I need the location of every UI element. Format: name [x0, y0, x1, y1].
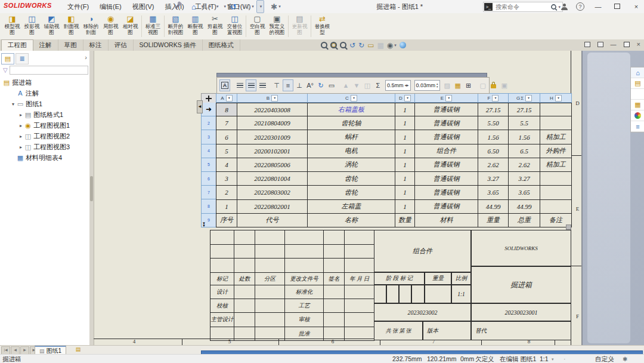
ribbon-tab[interactable]: 草图 [58, 39, 83, 51]
titleblock-cell[interactable] [255, 230, 285, 245]
titleblock-scale_value[interactable]: 1:1 [451, 285, 471, 303]
tree-item[interactable]: ▾▭图纸1 [0, 99, 89, 109]
bom-cell[interactable]: 5.5 [509, 116, 540, 130]
titleblock-cell[interactable] [210, 327, 234, 341]
pin-menu-icon[interactable] [177, 3, 178, 10]
titleblock-cell[interactable]: 分区 [255, 273, 285, 285]
bom-cell[interactable]: 6.50 [478, 144, 509, 158]
add-sheet-button[interactable]: ▤ [73, 346, 83, 354]
bom-cell[interactable]: 齿轮 [308, 172, 395, 186]
dropdown-arrow-icon[interactable]: ▾ [278, 4, 281, 9]
bom-cell[interactable]: 3.27 [509, 172, 540, 186]
titleblock-cell[interactable] [399, 285, 411, 303]
titleblock-cell[interactable] [255, 327, 285, 341]
bom-cell[interactable]: 3.65 [478, 186, 509, 199]
formula-sigma-button[interactable]: Σ [373, 80, 383, 91]
bom-footer-cell[interactable]: 重量 [478, 214, 509, 227]
zoom-area-button[interactable] [330, 42, 337, 48]
rotate-text-button[interactable]: A° [305, 80, 315, 91]
command-button[interactable]: ◫交替位置视图 [225, 14, 244, 39]
titleblock-cell[interactable] [324, 299, 345, 313]
featuremanager-tab[interactable]: ▤ [1, 53, 14, 64]
titleblock-cell[interactable] [345, 230, 374, 245]
bom-cell[interactable]: 44.99 [478, 200, 509, 214]
command-button[interactable]: ◨模型视图 [2, 14, 22, 39]
bom-cell[interactable]: 1 [395, 144, 415, 158]
ribbon-tab[interactable]: 标注 [83, 39, 109, 51]
dropdown-arrow-icon[interactable]: ▾ [252, 4, 254, 9]
titleblock-cell[interactable] [255, 313, 285, 327]
bom-footer-cell[interactable]: 序号 [216, 214, 237, 227]
bom-cell[interactable]: 5.50 [478, 116, 509, 130]
bom-column-header[interactable]: B▾ [237, 93, 308, 103]
bom-row-handle[interactable]: 3 [201, 130, 216, 144]
bom-footer-cell[interactable]: 数量 [395, 214, 415, 227]
bom-cell[interactable]: 2.62 [509, 158, 540, 172]
spinner-arrows-icon[interactable]: ▴▾ [436, 82, 438, 88]
bom-cell[interactable]: 20220805006 [237, 158, 308, 172]
dropdown-arrow-icon[interactable]: ▾ [394, 43, 397, 48]
command-button[interactable]: ◫投影视图 [22, 14, 42, 39]
render-tools-button[interactable] [400, 42, 406, 48]
titleblock-drawing_no[interactable]: 20230023001 [471, 303, 571, 321]
column-filter-arrow-icon[interactable]: ▾ [445, 95, 452, 101]
titleblock-type[interactable]: 组合件 [374, 230, 471, 272]
bom-cell[interactable]: 44.99 [509, 200, 540, 214]
titleblock-cell[interactable] [386, 285, 399, 303]
redo-button[interactable]: ↻▾ [242, 1, 255, 13]
tree-expand-icon[interactable]: ▸ [18, 112, 24, 118]
zoom-fit-button[interactable] [321, 42, 327, 48]
bom-column-header[interactable]: A▾ [216, 93, 237, 103]
panel-expand-arrow[interactable]: › [85, 54, 87, 61]
titleblock-cell[interactable]: 签名 [324, 273, 345, 285]
tree-item[interactable]: ▸▤图纸格式1 [0, 109, 89, 120]
titleblock-cell[interactable] [324, 259, 345, 273]
titleblock-cell[interactable] [255, 299, 285, 313]
titleblock-cell[interactable] [285, 245, 324, 259]
bom-footer-cell[interactable]: 名称 [308, 214, 395, 227]
bom-cell[interactable]: 1 [395, 103, 415, 116]
bom-column-header[interactable]: H▾ [540, 93, 572, 103]
titleblock-cell[interactable] [324, 230, 345, 245]
bom-row-handle[interactable]: ➜ [201, 103, 216, 116]
bom-cell[interactable]: 20200102001 [237, 144, 308, 158]
view-palette-button[interactable]: ▦ [631, 100, 644, 110]
bom-cell[interactable]: 27.15 [509, 103, 540, 116]
bom-row-handle[interactable]: 2 [201, 116, 216, 130]
tree-item[interactable]: A注解 [0, 88, 89, 99]
ribbon-tab[interactable]: 工程图 [1, 39, 33, 51]
ribbon-tab[interactable]: 图纸格式 [203, 39, 240, 51]
titleblock-cell[interactable] [345, 299, 374, 313]
titleblock-cell[interactable] [234, 299, 255, 313]
table-format-button[interactable]: ▦ [453, 80, 463, 91]
bom-footer-cell[interactable]: 材料 [415, 214, 478, 227]
bom-cell[interactable]: 涡轮 [308, 158, 395, 172]
titleblock-cell[interactable] [324, 285, 345, 299]
menu-item[interactable]: 视图(V) [127, 0, 160, 13]
user-account-icon[interactable] [561, 4, 568, 10]
lock-button[interactable] [489, 80, 499, 91]
menu-item[interactable]: 插入(I) [159, 0, 189, 13]
doc-close-button[interactable]: × [637, 41, 640, 48]
titleblock-cell[interactable] [324, 245, 345, 259]
bom-cell[interactable]: 1 [395, 130, 415, 144]
titleblock-scale[interactable]: 比例 [451, 272, 471, 285]
tree-expand-icon[interactable]: ▾ [10, 101, 16, 107]
bom-cell[interactable]: 20220802001 [237, 200, 308, 214]
bom-cell[interactable]: 1.56 [478, 130, 509, 144]
bom-cell[interactable]: 右箱盖板 [308, 103, 395, 116]
bom-cell[interactable]: 组合件 [415, 144, 478, 158]
titleblock-cell[interactable]: 审核 [285, 313, 324, 327]
command-button[interactable]: ▦标准三视图 [143, 14, 163, 39]
bom-cell[interactable]: 电机 [308, 144, 395, 158]
tree-expand-icon[interactable]: ▸ [18, 123, 24, 128]
command-button[interactable]: ▢空白视图 [247, 14, 267, 39]
titleblock-code[interactable]: 2023023002 [374, 303, 471, 321]
bom-column-header[interactable]: F▾ [478, 93, 509, 103]
command-button[interactable]: ◑移除的剖面 [81, 14, 101, 39]
row_height-spinner[interactable]: 0.5mm◂▸ [385, 80, 411, 91]
design-library-button[interactable]: ▤ [631, 78, 644, 89]
redraw-button[interactable]: ↻ [358, 41, 364, 50]
spinner-arrows-icon[interactable]: ◂▸ [405, 83, 409, 88]
bom-cell[interactable]: 20220403008 [237, 103, 308, 116]
